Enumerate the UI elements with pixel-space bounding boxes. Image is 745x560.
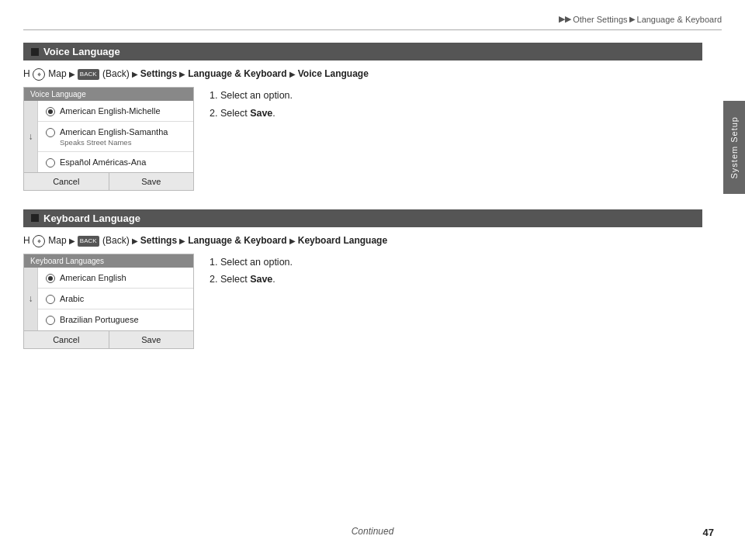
section-icon-voice xyxy=(31,48,39,56)
nav-map-label-kb: Map xyxy=(48,235,66,246)
voice-option-2[interactable]: Español Américas-Ana xyxy=(38,152,193,172)
side-tab: System Setup xyxy=(723,101,745,194)
voice-instructions: 1. Select an option. 2. Select Save. xyxy=(210,87,293,122)
voice-panel-buttons: Cancel Save xyxy=(24,172,193,190)
keyboard-step-2: 2. Select Save. xyxy=(210,271,293,289)
keyboard-panel-buttons: Cancel Save xyxy=(24,330,193,348)
voice-option-1-label: American English-Samantha Speaks Street … xyxy=(60,126,168,146)
voice-step-1: 1. Select an option. xyxy=(210,87,293,105)
keyboard-language-nav: H ⌖ Map ▶ BACK (Back) ▶ Settings ▶ Langu… xyxy=(23,233,702,247)
nav-h-symbol-kb: H xyxy=(23,235,30,246)
nav-h-symbol: H xyxy=(23,68,30,79)
keyboard-option-2-label: Brazilian Portuguese xyxy=(60,314,139,325)
nav-arrow-2-voice: ▶ xyxy=(132,70,140,78)
keyboard-panel-title: Keyboard Languages xyxy=(24,254,193,268)
map-icon-voice: ⌖ xyxy=(33,68,45,81)
breadcrumb-lang-keyboard: Language & Keyboard xyxy=(637,15,722,24)
nav-settings-kb: Settings xyxy=(140,235,177,246)
voice-panel-title: Voice Language xyxy=(24,88,193,101)
keyboard-option-0-label: American English xyxy=(60,272,126,283)
voice-save-button[interactable]: Save xyxy=(109,173,194,190)
breadcrumb-other-settings: Other Settings xyxy=(573,15,627,24)
keyboard-option-0[interactable]: American English xyxy=(38,268,193,289)
map-icon-kb: ⌖ xyxy=(33,235,45,247)
nav-voice-label: Voice Language xyxy=(298,68,369,79)
voice-option-0[interactable]: American English-Michelle xyxy=(38,101,193,122)
voice-language-panel: Voice Language ↓ American English-Michel… xyxy=(23,87,194,191)
keyboard-language-title: Keyboard Language xyxy=(43,213,140,224)
back-icon-voice: BACK xyxy=(78,69,99,80)
voice-panel-scroll-row: ↓ American English-Michelle xyxy=(24,101,193,172)
voice-option-1[interactable]: American English-Samantha Speaks Street … xyxy=(38,122,193,151)
nav-lang-keyboard-voice: Language & Keyboard xyxy=(188,68,286,79)
voice-options-col: American English-Michelle American Engli… xyxy=(38,101,193,172)
nav-arrow-4-voice: ▶ xyxy=(289,70,298,78)
keyboard-panel-scroll-row: ↓ American English xyxy=(24,268,193,330)
keyboard-language-header: Keyboard Language xyxy=(23,209,702,227)
keyboard-step-1: 1. Select an option. xyxy=(210,254,293,271)
keyboard-option-1[interactable]: Arabic xyxy=(38,289,193,309)
continued-label: Continued xyxy=(352,526,394,537)
nav-map-label: Map xyxy=(48,68,66,79)
voice-language-nav: H ⌖ Map ▶ BACK (Back) ▶ Settings ▶ Langu… xyxy=(23,67,702,81)
radio-voice-1 xyxy=(46,128,55,137)
radio-voice-2 xyxy=(46,158,55,168)
scroll-down-arrow-kb[interactable]: ↓ xyxy=(29,290,33,307)
section-icon-keyboard xyxy=(31,214,39,222)
voice-step-2: 2. Select Save. xyxy=(210,105,293,123)
breadcrumb-arrows: ▶▶ xyxy=(559,14,571,24)
top-divider xyxy=(23,29,722,30)
keyboard-language-panel: Keyboard Languages ↓ American English xyxy=(23,254,194,349)
voice-panel-body: ↓ American English-Michelle xyxy=(24,101,193,190)
voice-language-body: Voice Language ↓ American English-Michel… xyxy=(23,87,702,191)
keyboard-instructions: 1. Select an option. 2. Select Save. xyxy=(210,254,293,289)
nav-arrow-3-voice: ▶ xyxy=(179,70,188,78)
voice-language-title: Voice Language xyxy=(43,46,120,57)
nav-back-label-voice: (Back) xyxy=(102,68,130,79)
radio-keyboard-0 xyxy=(46,274,55,283)
radio-voice-0 xyxy=(46,107,55,116)
voice-option-2-label: Español Américas-Ana xyxy=(60,157,146,168)
breadcrumb-arrow-1: ▶ xyxy=(629,15,636,23)
keyboard-cancel-button[interactable]: Cancel xyxy=(24,331,109,348)
keyboard-save-button[interactable]: Save xyxy=(109,331,194,348)
keyboard-option-1-label: Arabic xyxy=(60,293,84,304)
nav-lang-keyboard-kb: Language & Keyboard xyxy=(188,235,286,246)
radio-keyboard-1 xyxy=(46,295,55,304)
keyboard-language-section: Keyboard Language H ⌖ Map ▶ BACK (Back) … xyxy=(23,209,702,349)
back-icon-kb: BACK xyxy=(78,236,99,247)
keyboard-language-body: Keyboard Languages ↓ American English xyxy=(23,254,702,349)
nav-arrow-4-kb: ▶ xyxy=(289,237,298,245)
voice-scroll-col: ↓ xyxy=(24,101,38,172)
keyboard-panel-body: ↓ American English xyxy=(24,268,193,348)
breadcrumb: ▶▶ Other Settings ▶ Language & Keyboard xyxy=(559,14,722,24)
nav-arrow-2-kb: ▶ xyxy=(132,237,140,245)
nav-arrow-3-kb: ▶ xyxy=(179,237,188,245)
keyboard-scroll-col: ↓ xyxy=(24,268,38,330)
keyboard-options-col: American English Arabic xyxy=(38,268,193,330)
radio-keyboard-2 xyxy=(46,316,55,325)
side-tab-label: System Setup xyxy=(729,116,739,178)
nav-arrow-1-voice: ▶ xyxy=(69,70,78,78)
page-number: 47 xyxy=(703,527,714,538)
nav-arrow-1-kb: ▶ xyxy=(69,237,78,245)
voice-language-header: Voice Language xyxy=(23,43,702,60)
main-content: Voice Language H ⌖ Map ▶ BACK (Back) ▶ S… xyxy=(23,43,702,517)
voice-cancel-button[interactable]: Cancel xyxy=(24,173,109,190)
scroll-down-arrow[interactable]: ↓ xyxy=(29,128,33,145)
voice-language-section: Voice Language H ⌖ Map ▶ BACK (Back) ▶ S… xyxy=(23,43,702,191)
nav-settings-voice: Settings xyxy=(140,68,177,79)
keyboard-option-2[interactable]: Brazilian Portuguese xyxy=(38,309,193,330)
nav-back-label-kb: (Back) xyxy=(102,235,130,246)
nav-keyboard-label: Keyboard Language xyxy=(298,235,387,246)
voice-option-0-label: American English-Michelle xyxy=(60,105,161,116)
